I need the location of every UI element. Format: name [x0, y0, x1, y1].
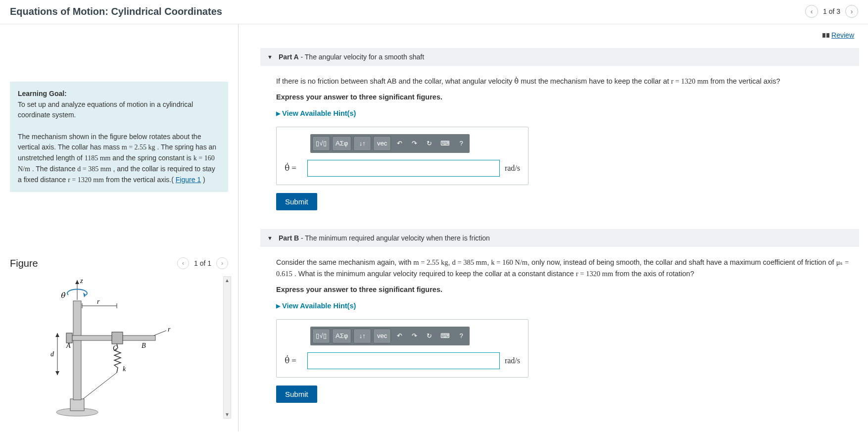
left-panel: Learning Goal: To set up and analyze equ…	[0, 24, 239, 432]
part-a-answer-label: θ̇ =	[285, 162, 302, 175]
part-b-units: rad/s	[505, 355, 520, 367]
subscript-button[interactable]: ↓↑	[353, 329, 371, 343]
figure-scrollbar[interactable]: ▲ ▼	[223, 276, 231, 419]
svg-line-11	[154, 331, 166, 336]
svg-rect-2	[73, 301, 81, 400]
review-icon	[822, 33, 829, 38]
lg-r: r = 1320 mm	[68, 176, 104, 184]
help-button[interactable]: ?	[455, 329, 468, 343]
figure-link[interactable]: Figure 1	[176, 176, 201, 184]
part-b-answer-box: ▯√▯ ΑΣφ ↓↑ vec ↶ ↷ ↻ ⌨ ? θ̇ = rad/s	[276, 319, 529, 378]
part-a-subtitle: - The angular velocity for a smooth shaf…	[299, 53, 424, 61]
redo-button[interactable]: ↷	[408, 136, 421, 151]
svg-rect-4	[112, 332, 123, 344]
greek-button[interactable]: ΑΣφ	[332, 329, 351, 343]
keyboard-button[interactable]: ⌨	[437, 329, 453, 343]
label-C: C	[113, 344, 118, 352]
label-z: z	[80, 277, 83, 285]
caret-right-icon: ▶	[276, 302, 280, 310]
reset-button[interactable]: ↻	[423, 329, 435, 343]
part-a-section: ▼ Part A - The angular velocity for a sm…	[260, 48, 859, 215]
part-a-body: If there is no friction between shaft AB…	[260, 66, 859, 215]
label-theta: θ̇	[60, 291, 66, 299]
scroll-down-icon[interactable]: ▼	[224, 411, 231, 418]
review-label: Review	[831, 31, 854, 39]
learning-goal-line1: To set up and analyze equations of motio…	[18, 100, 193, 119]
figure-nav: ‹ 1 of 1 ›	[177, 257, 228, 269]
part-b-answer-input[interactable]	[307, 352, 500, 369]
label-r-b: r	[168, 326, 171, 333]
next-page-button[interactable]: ›	[845, 5, 858, 18]
page-counter: 1 of 3	[823, 7, 840, 15]
lg-text-f: from the vertical axis.(	[106, 176, 174, 184]
part-b-answer-label: θ̇ =	[285, 354, 302, 367]
undo-button[interactable]: ↶	[393, 329, 406, 343]
figure-next-button[interactable]: ›	[216, 257, 228, 269]
lg-text-g: )	[203, 176, 205, 184]
review-link[interactable]: Review	[260, 31, 854, 39]
part-b-toolbar: ▯√▯ ΑΣφ ↓↑ vec ↶ ↷ ↻ ⌨ ?	[310, 327, 470, 345]
label-k: k	[123, 365, 126, 373]
part-a-question: If there is no friction between shaft AB…	[276, 76, 854, 87]
part-a-express: Express your answer to three significant…	[276, 92, 854, 102]
part-b-header[interactable]: ▼ Part B - The minimum required angular …	[260, 229, 859, 247]
keyboard-button[interactable]: ⌨	[437, 136, 453, 151]
part-b-hints-label: View Available Hint(s)	[282, 300, 356, 311]
part-b-section: ▼ Part B - The minimum required angular …	[260, 229, 859, 408]
page-header: Equations of Motion: Cylindrical Coordin…	[0, 0, 868, 24]
figure-title: Figure	[10, 258, 38, 269]
part-a-hints-label: View Available Hint(s)	[282, 108, 356, 119]
part-b-subtitle: - The minimum required angular velocity …	[299, 234, 490, 242]
part-a-answer-box: ▯√▯ ΑΣφ ↓↑ vec ↶ ↷ ↻ ⌨ ? θ̇ = rad/s	[276, 127, 529, 185]
subscript-button[interactable]: ↓↑	[353, 136, 371, 151]
lg-text-c: and the spring constant is	[112, 154, 193, 162]
label-d: d	[50, 350, 54, 358]
scroll-up-icon[interactable]: ▲	[224, 277, 231, 284]
part-b-body: Consider the same mechanism again, with …	[260, 247, 859, 408]
help-button[interactable]: ?	[455, 136, 468, 151]
svg-rect-6	[66, 333, 72, 343]
label-A: A	[66, 342, 71, 349]
part-a-header[interactable]: ▼ Part A - The angular velocity for a sm…	[260, 48, 859, 66]
templates-button[interactable]: ▯√▯	[312, 136, 330, 151]
part-b-express: Express your answer to three significant…	[276, 284, 854, 295]
vec-button[interactable]: vec	[373, 329, 391, 343]
figure-counter: 1 of 1	[194, 259, 211, 267]
lg-d: d = 385 mm	[77, 165, 111, 173]
figure-prev-button[interactable]: ‹	[177, 257, 189, 269]
templates-button[interactable]: ▯√▯	[312, 329, 330, 343]
redo-button[interactable]: ↷	[408, 329, 421, 343]
right-panel: Review ▼ Part A - The angular velocity f…	[239, 24, 868, 432]
caret-right-icon: ▶	[276, 109, 280, 118]
part-a-toolbar: ▯√▯ ΑΣφ ↓↑ vec ↶ ↷ ↻ ⌨ ?	[310, 134, 470, 153]
page-title: Equations of Motion: Cylindrical Coordin…	[10, 6, 222, 17]
part-a-submit-button[interactable]: Submit	[276, 193, 317, 210]
reset-button[interactable]: ↻	[423, 136, 435, 151]
part-a-answer-input[interactable]	[307, 160, 500, 177]
label-r-top: r	[97, 298, 100, 305]
lg-text-d: . The distance	[32, 165, 78, 173]
page-nav: ‹ 1 of 3 ›	[805, 5, 858, 18]
part-a-units: rad/s	[505, 162, 520, 175]
caret-down-icon: ▼	[267, 54, 273, 60]
mechanism-diagram: z θ̇ r r d A C B	[38, 276, 201, 420]
part-b-label: Part B	[279, 234, 299, 242]
caret-down-icon: ▼	[267, 235, 273, 241]
greek-button[interactable]: ΑΣφ	[332, 136, 351, 151]
undo-button[interactable]: ↶	[393, 136, 406, 151]
lg-unstretched: 1185 mm	[85, 154, 111, 162]
vec-button[interactable]: vec	[373, 136, 391, 151]
part-a-answer-line: θ̇ = rad/s	[285, 160, 520, 177]
part-b-question: Consider the same mechanism again, with …	[276, 257, 854, 279]
learning-goal-heading: Learning Goal:	[18, 90, 67, 97]
svg-line-5	[83, 373, 117, 399]
part-b-submit-button[interactable]: Submit	[276, 385, 317, 403]
lg-mass: m = 2.55 kg	[122, 144, 155, 151]
part-b-hints-toggle[interactable]: ▶ View Available Hint(s)	[276, 300, 854, 311]
prev-page-button[interactable]: ‹	[805, 5, 818, 18]
part-a-label: Part A	[279, 53, 299, 61]
svg-rect-1	[70, 399, 84, 411]
learning-goal-box: Learning Goal: To set up and analyze equ…	[10, 82, 228, 192]
label-B: B	[142, 342, 146, 349]
part-a-hints-toggle[interactable]: ▶ View Available Hint(s)	[276, 108, 854, 119]
